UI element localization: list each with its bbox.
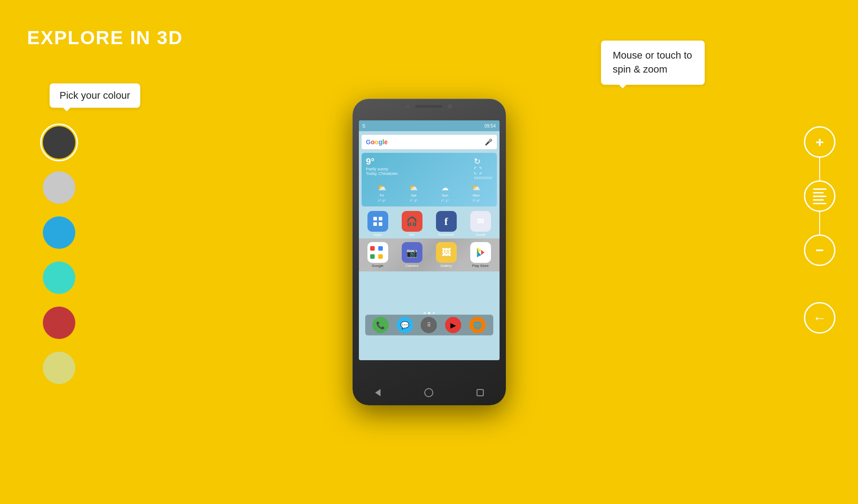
app-icon-facebook: f [436, 211, 457, 232]
app-label-social: Social [476, 233, 486, 237]
back-button[interactable]: ← [804, 302, 835, 334]
app-icon-apps [367, 211, 388, 232]
dock-phone[interactable]: 📞 [372, 317, 389, 333]
app-item-social[interactable]: ✉ Social [464, 211, 497, 237]
phone-shell: S 09:54 Google 🎤 9° Partly sunny Today, … [353, 99, 506, 405]
slider-icon [813, 188, 826, 204]
svg-rect-3 [379, 222, 382, 226]
app-label-playstore: Play Store [472, 264, 489, 268]
app-label-camera: Camera [405, 264, 418, 268]
google-logo: Google [366, 138, 388, 146]
weather-day-mon: ⛅ Mon 7° 0° [472, 183, 481, 203]
recents-icon [477, 389, 484, 396]
svg-marker-6 [481, 250, 484, 255]
swatch-red[interactable] [43, 307, 75, 339]
dock-apps[interactable]: ⠿ [421, 317, 437, 333]
app-icon-gallery: 🖼 [436, 242, 457, 263]
page-dots [423, 312, 435, 314]
page-title: EXPLORE IN 3D [27, 27, 183, 49]
svg-rect-2 [373, 222, 377, 226]
nav-home-button[interactable] [423, 387, 434, 398]
app-icon-google [367, 242, 388, 263]
phone-screen[interactable]: S 09:54 Google 🎤 9° Partly sunny Today, … [359, 120, 500, 360]
status-bar: S 09:54 [359, 120, 500, 131]
swatch-blue[interactable] [43, 216, 75, 249]
phone-navigation [353, 387, 506, 398]
app-item-apps[interactable]: Apps [362, 211, 394, 237]
mouse-touch-label: Mouse or touch to spin & zoom [613, 50, 692, 75]
zoom-out-icon: − [816, 242, 824, 259]
swatch-dark[interactable] [43, 126, 75, 159]
pick-colour-tooltip: Pick your colour [50, 83, 140, 108]
app-item-google[interactable]: Google [362, 242, 394, 268]
controls-connector-bottom [819, 212, 820, 234]
pick-colour-label: Pick your colour [60, 90, 130, 101]
svg-rect-1 [379, 217, 382, 220]
weather-widget: 9° Partly sunny Today, Chinatown ↻ ⛶ 03/… [362, 153, 497, 206]
back-icon: ← [812, 310, 827, 326]
title-bold: 3D [157, 27, 183, 48]
weather-date: 03/03/2016 [474, 176, 492, 180]
nav-recents-button[interactable] [475, 387, 486, 398]
weather-temperature: 9° [366, 156, 398, 167]
weather-day-sat: ⛅ Sat 7° 2° [409, 183, 418, 203]
nav-back-button[interactable] [372, 387, 383, 398]
colour-swatches [43, 126, 75, 384]
app-item-facebook[interactable]: f Facebook [430, 211, 463, 237]
app-label-apps: Apps [373, 233, 381, 237]
app-icon-camera: 📷 [402, 242, 422, 263]
weather-description: Partly sunny [366, 167, 398, 171]
app-item-camera[interactable]: 📷 Camera [396, 242, 428, 268]
app-label-gallery: Gallery [440, 264, 452, 268]
app-item-mix[interactable]: 🎧 Mix [396, 211, 428, 237]
speaker-grill [415, 105, 442, 108]
dock-chrome[interactable]: 🌐 [469, 317, 486, 333]
speaker-dot [406, 105, 410, 108]
app-icon-social: ✉ [470, 211, 491, 232]
zoom-controls: + − ← [804, 126, 835, 334]
status-time: 09:54 [484, 124, 496, 128]
page-dot-2 [428, 312, 430, 314]
app-label-mix: Mix [409, 233, 414, 237]
google-search-bar[interactable]: Google 🎤 [362, 135, 497, 149]
mouse-touch-tooltip: Mouse or touch to spin & zoom [601, 41, 705, 85]
back-icon [375, 389, 381, 396]
title-normal: EXPLORE IN [27, 27, 157, 48]
microphone-icon[interactable]: 🎤 [485, 138, 492, 146]
swatch-cyan[interactable] [43, 261, 75, 294]
app-icon-mix: 🎧 [402, 211, 422, 232]
phone-top-area [406, 104, 452, 109]
front-camera [448, 104, 452, 109]
dock-youtube[interactable]: ▶ [445, 317, 461, 333]
page-dot-3 [432, 312, 435, 314]
page-dot-1 [423, 312, 426, 314]
home-icon [424, 388, 433, 397]
app-label-facebook: Facebook [438, 233, 454, 237]
app-grid-row2: Google 📷 Camera 🖼 Gallery Play [359, 240, 500, 270]
weather-day-sun: ☁ Sun 7° 1° [441, 183, 449, 203]
app-item-playstore[interactable]: Play Store [464, 242, 497, 268]
zoom-in-button[interactable]: + [804, 126, 835, 158]
controls-connector-top [819, 158, 820, 180]
dock-messages[interactable]: 💬 [397, 317, 413, 333]
svg-rect-0 [373, 217, 377, 220]
app-grid-row1: Apps 🎧 Mix f Facebook ✉ Social [359, 209, 500, 238]
app-icon-playstore [470, 242, 491, 263]
zoom-out-button[interactable]: − [804, 234, 835, 266]
weather-day-fri: ⛅ Fri 7° 0° [377, 183, 386, 203]
app-grid-row2-bg: Google 📷 Camera 🖼 Gallery Play [359, 238, 500, 271]
weather-location: Today, Chinatown [366, 171, 398, 176]
weather-forecast-row: ⛅ Fri 7° 0° ⛅ Sat 7° 2° ☁ Sun 7° 1° [366, 183, 492, 203]
phone-container[interactable]: S 09:54 Google 🎤 9° Partly sunny Today, … [353, 99, 506, 405]
swatch-yellow[interactable] [43, 352, 75, 384]
swatch-silver[interactable] [43, 171, 75, 204]
zoom-slider[interactable] [804, 180, 835, 212]
app-item-gallery[interactable]: 🖼 Gallery [430, 242, 463, 268]
app-label-google: Google [372, 264, 384, 268]
phone-dock: 📞 💬 ⠿ ▶ 🌐 [365, 315, 493, 335]
status-left: S [362, 124, 366, 128]
zoom-in-icon: + [816, 134, 824, 151]
